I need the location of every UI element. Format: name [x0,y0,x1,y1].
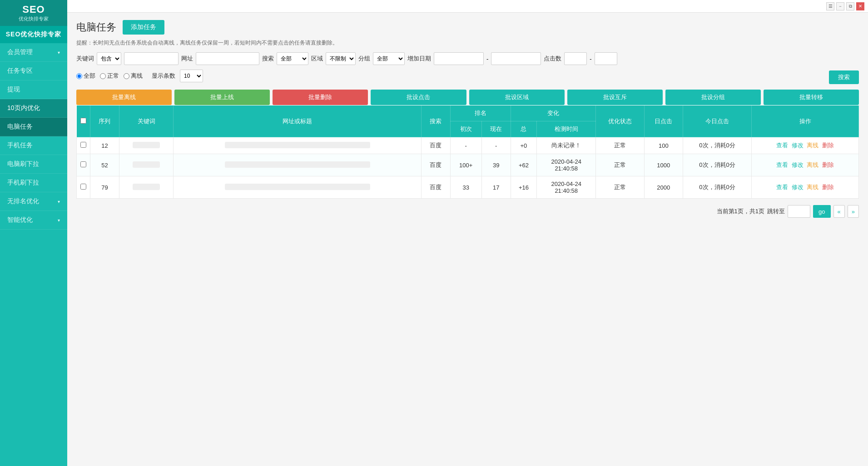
row-checkbox[interactable] [80,184,86,190]
sidebar-item-pc-task[interactable]: 电脑任务 [0,118,67,136]
click-from-input[interactable] [564,52,587,65]
click-to-input[interactable] [595,52,617,65]
rank-now-cell: 17 [481,176,511,199]
date-to-input[interactable] [491,52,541,65]
next-page-button[interactable]: » [848,205,859,218]
rank-time-cell: 尚未记录！ [537,137,596,154]
th-op: 操作 [752,105,859,137]
group-select[interactable]: 全部 [373,52,405,65]
delete-link[interactable]: 删除 [822,142,834,149]
offline-link[interactable]: 离线 [807,161,818,168]
offline-link[interactable]: 离线 [807,184,818,190]
radio-offline[interactable]: 离线 [124,72,143,80]
view-link[interactable]: 查看 [776,142,788,149]
rank-first-cell: - [450,137,481,154]
search-cell: 百度 [421,176,450,199]
view-link[interactable]: 查看 [776,184,788,190]
batch-online-button[interactable]: 批量上线 [174,90,270,105]
action-row: 批量离线 批量上线 批量删除 批设点击 批设区域 批设互斥 批设分组 批量转移 [76,90,859,105]
row-checkbox[interactable] [80,161,86,167]
sidebar-item-pc-swipe[interactable]: 电脑刷下拉 [0,155,67,174]
prev-page-button[interactable]: « [833,205,845,218]
keyword-label: 关键词 [76,55,94,63]
notice-bar: 提醒：长时间无点击任务系统会自动离线，离线任务仅保留一周，若短时间内不需要点击的… [76,39,859,47]
group-label: 分组 [358,55,370,63]
seq-cell: 52 [90,154,119,176]
th-status: 优化状态 [596,105,644,137]
maximize-btn[interactable]: ⧉ [846,2,854,10]
url-cell [174,176,421,199]
sidebar-item-smart-opt[interactable]: 智能优化 ▾ [0,211,67,230]
radio-all[interactable]: 全部 [76,72,95,80]
page-jump-input[interactable] [788,205,810,218]
display-count-select[interactable]: 10 20 50 100 [180,70,203,82]
batch-click-button[interactable]: 批设点击 [371,90,466,105]
delete-link[interactable]: 删除 [822,184,834,190]
op-cell: 查看 修改 离线 删除 [752,137,859,154]
daily-click-cell: 1000 [644,154,683,176]
batch-offline-button[interactable]: 批量离线 [76,90,172,105]
display-label: 显示条数 [152,72,175,80]
search-label: 搜索 [262,55,274,63]
view-link[interactable]: 查看 [776,161,788,168]
table-row: 12 百度 - - +0 尚未记录！ 正常 100 0次，消耗0分 查看 修改 … [77,137,859,154]
batch-delete-button[interactable]: 批量删除 [273,90,368,105]
daily-click-cell: 2000 [644,176,683,199]
batch-mutual-button[interactable]: 批设互斥 [567,90,663,105]
go-button[interactable]: go [813,205,830,218]
radio-normal[interactable]: 正常 [100,72,119,80]
sidebar-item-page10[interactable]: 10页内优化 [0,99,67,118]
menu-icon[interactable]: ☰ [826,2,834,10]
sidebar: SEO 优化快排专家 SEO优化快排专家 会员管理 ▾ 任务专区 提现 10页内… [0,0,67,466]
delete-link[interactable]: 删除 [822,161,834,168]
keyword-cell [119,154,174,176]
th-rank-total: 总 [511,121,536,137]
rank-time-cell: 2020-04-2421:40:58 [537,154,596,176]
data-table: 序列 关键词 网址或标题 搜索 排名 变化 优化状态 日点击 今日点击 操作 初… [76,105,859,199]
select-all-checkbox[interactable] [80,118,86,124]
sidebar-item-mobile-swipe[interactable]: 手机刷下拉 [0,174,67,192]
url-cell [174,137,421,154]
search-engine-select[interactable]: 全部 百度 360 搜狗 [277,52,308,65]
status-radio-group: 全部 正常 离线 显示条数 10 20 50 100 [76,70,203,82]
region-select[interactable]: 不限制 北京 上海 广州 [326,52,356,65]
rank-total-cell: +0 [511,137,536,154]
th-rank-first: 初次 [450,121,481,137]
chevron-down-icon-2: ▾ [58,199,60,204]
sidebar-item-task-zone[interactable]: 任务专区 [0,62,67,80]
minimize-btn[interactable]: － [836,2,844,10]
page-body: 电脑任务 添加任务 提醒：长时间无点击任务系统会自动离线，离线任务仅保留一周，若… [67,13,868,466]
sidebar-item-member[interactable]: 会员管理 ▾ [0,43,67,62]
edit-link[interactable]: 修改 [792,161,804,168]
rank-first-cell: 100+ [450,154,481,176]
add-task-button[interactable]: 添加任务 [123,20,164,35]
sidebar-item-mobile-task[interactable]: 手机任务 [0,136,67,155]
main-content: ☰ － ⧉ ✕ 电脑任务 添加任务 提醒：长时间无点击任务系统会自动离线，离线任… [67,0,868,466]
sidebar-item-no-rank[interactable]: 无排名优化 ▾ [0,192,67,211]
edit-link[interactable]: 修改 [792,184,804,190]
sidebar-item-withdraw[interactable]: 提现 [0,80,67,99]
rank-first-cell: 33 [450,176,481,199]
edit-link[interactable]: 修改 [792,142,804,149]
page-title: 电脑任务 [76,20,116,34]
keyword-type-select[interactable]: 包含 等于 不含 [97,52,121,65]
rank-now-cell: 39 [481,154,511,176]
close-btn[interactable]: ✕ [856,2,864,10]
keyword-input[interactable] [124,52,179,65]
offline-link[interactable]: 离线 [807,142,818,149]
date-from-input[interactable] [434,52,484,65]
table-row: 52 百度 100+ 39 +62 2020-04-2421:40:58 正常 … [77,154,859,176]
url-input[interactable] [196,52,259,65]
logo-subtitle: 优化快排专家 [5,15,63,22]
search-button[interactable]: 搜索 [829,70,859,84]
batch-region-button[interactable]: 批设区域 [469,90,565,105]
filter-row: 关键词 包含 等于 不含 网址 搜索 全部 百度 360 搜狗 区域 不限制 北… [76,52,859,65]
batch-group-button[interactable]: 批设分组 [665,90,761,105]
daily-click-cell: 100 [644,137,683,154]
today-click-cell: 0次，消耗0分 [683,137,751,154]
th-checkbox [77,105,90,137]
row-checkbox[interactable] [80,142,86,148]
click-label: 点击数 [544,55,561,63]
rank-now-cell: - [481,137,511,154]
batch-transfer-button[interactable]: 批量转移 [764,90,859,105]
